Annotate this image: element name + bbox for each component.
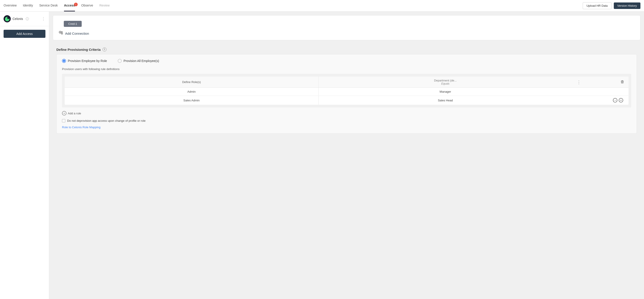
table-cell-role-0: Admin [65, 88, 318, 96]
provision-subtitle: Provision users with following rule defi… [62, 67, 631, 71]
radio-circle-role [62, 59, 66, 63]
info-icon[interactable]: i [26, 17, 29, 20]
provisioning-section: Define Provisioning Criteria ? Provision… [53, 44, 640, 134]
provisioning-title-row: Define Provisioning Criteria ? [53, 44, 640, 54]
sidebar-logo: Celonis i ⋮ [0, 15, 49, 26]
nav-identity[interactable]: Identity [23, 0, 33, 12]
deprovision-label: Do not deprovision app access upon chang… [67, 119, 146, 122]
svg-rect-9 [621, 81, 624, 81]
table-row: Admin Manager [65, 88, 628, 96]
table-row: Sales Admin Sales Head − + [65, 96, 628, 105]
cred-tag: Cred-1 [64, 21, 82, 27]
provisioning-title: Define Provisioning Criteria [56, 48, 101, 52]
app-layout: Celonis i ⋮ Add Access Cred-1 [0, 12, 644, 299]
table-cell-actions-0 [572, 88, 628, 96]
nav-actions: Upload HR Data Version History [583, 2, 640, 9]
table-cell-role-1: Sales Admin [65, 96, 318, 105]
radio-group: Provision Employee by Role Provision All… [62, 59, 631, 63]
main-content: Cred-1 Add Connection [49, 12, 644, 299]
svg-point-4 [60, 32, 61, 33]
nav-service-desk[interactable]: Service Desk [40, 0, 58, 12]
svg-point-2 [7, 17, 10, 19]
radio-label-all: Provision All Employee(s) [124, 59, 159, 63]
radio-label-role: Provision Employee by Role [68, 59, 107, 63]
table-cell-actions-1: − + [572, 96, 628, 105]
help-icon[interactable]: ? [102, 48, 106, 52]
add-rule-label: Add a rule [68, 112, 81, 115]
col-header-define-roles: Define Role(s) [65, 76, 318, 88]
sidebar-logo-text: Celonis [12, 17, 23, 20]
add-connection-row[interactable]: Add Connection [53, 27, 640, 40]
nav-overview[interactable]: Overview [4, 0, 16, 12]
connection-card: Cred-1 Add Connection [53, 15, 640, 40]
header-delete-icon[interactable] [620, 80, 624, 84]
col-header-actions: ⋮ [572, 76, 628, 88]
table-cell-dept-0: Manager [318, 88, 572, 96]
deprovision-checkbox-row: Do not deprovision app access upon chang… [62, 119, 631, 122]
add-connection-label: Add Connection [65, 32, 89, 35]
add-access-button[interactable]: Add Access [4, 30, 46, 38]
provisioning-card: Provision Employee by Role Provision All… [56, 54, 637, 134]
role-mapping-link[interactable]: Role to Celonis Role Mapping [62, 126, 631, 129]
row-actions-1: − + [576, 98, 625, 102]
col-header-dept: Department (de... Equals [318, 76, 572, 88]
upload-hr-button[interactable]: Upload HR Data [583, 2, 612, 9]
sidebar: Celonis i ⋮ Add Access [0, 12, 49, 299]
nav-access[interactable]: Access ! [64, 0, 75, 12]
deprovision-checkbox[interactable] [62, 119, 65, 122]
svg-rect-10 [622, 80, 623, 81]
dept-equals: Equals [322, 82, 569, 85]
celonis-logo-icon [4, 15, 11, 22]
radio-circle-all [118, 59, 122, 63]
header-more-icon[interactable]: ⋮ [577, 80, 581, 85]
nav-review[interactable]: Review [99, 0, 110, 12]
add-connection-icon [58, 30, 63, 36]
access-badge: ! [74, 3, 78, 6]
sidebar-menu-icon[interactable]: ⋮ [42, 16, 46, 21]
rules-table-wrapper: Define Role(s) Department (de... Equals … [62, 74, 631, 108]
top-nav: Overview Identity Service Desk Access ! … [0, 0, 644, 12]
radio-provision-by-role[interactable]: Provision Employee by Role [62, 59, 107, 63]
add-rule-icon: + [62, 111, 66, 116]
table-cell-dept-1: Sales Head [318, 96, 572, 105]
nav-items: Overview Identity Service Desk Access ! … [4, 0, 583, 12]
nav-observe[interactable]: Observe [81, 0, 93, 12]
version-history-button[interactable]: Version History [614, 2, 640, 9]
svg-point-5 [61, 32, 63, 33]
remove-row-button[interactable]: − [613, 98, 617, 102]
add-rule-row[interactable]: + Add a rule [62, 111, 631, 116]
radio-provision-all[interactable]: Provision All Employee(s) [118, 59, 159, 63]
add-row-button[interactable]: + [619, 98, 623, 102]
nav-access-badge-wrapper: Access ! [64, 4, 75, 7]
rules-table: Define Role(s) Department (de... Equals … [65, 76, 628, 105]
